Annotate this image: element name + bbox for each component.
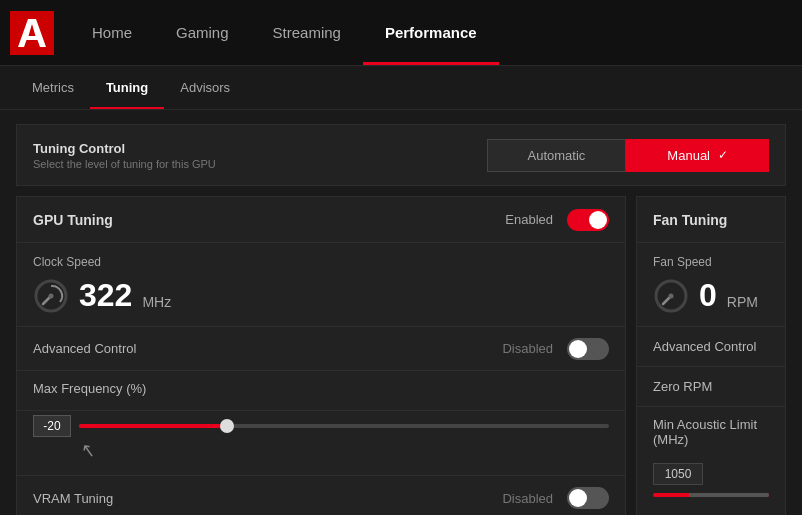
gpu-tuning-toggle[interactable] — [567, 209, 609, 231]
tuning-buttons: Automatic Manual ✓ — [487, 139, 769, 172]
sub-navigation: Metrics Tuning Advisors — [0, 66, 802, 110]
fan-advanced-label: Advanced Control — [653, 339, 756, 354]
fan-speed-row: 0 RPM — [653, 277, 769, 314]
svg-point-1 — [49, 293, 54, 298]
slider-wrapper: -20 — [33, 415, 609, 437]
fan-tuning-panel: Fan Tuning Fan Speed 0 RPM Advanced Cont… — [636, 196, 786, 515]
vram-label: VRAM Tuning — [33, 491, 113, 506]
amd-logo — [10, 11, 54, 55]
advanced-control-status: Disabled — [502, 341, 553, 356]
slider-fill — [79, 424, 227, 428]
fan-zero-rpm-label: Zero RPM — [653, 379, 712, 394]
fan-slider-track[interactable] — [653, 493, 769, 497]
sub-nav-tuning[interactable]: Tuning — [90, 66, 164, 109]
fan-speed-section: Fan Speed 0 RPM — [637, 243, 785, 327]
amd-logo-icon — [18, 19, 46, 47]
gpu-toggle-thumb — [589, 211, 607, 229]
gpu-panel-header: GPU Tuning Enabled — [17, 197, 625, 243]
cursor-icon: ↖ — [79, 438, 98, 462]
fan-panel-header: Fan Tuning — [637, 197, 785, 243]
svg-point-3 — [669, 293, 674, 298]
slider-thumb[interactable] — [220, 419, 234, 433]
nav-item-gaming[interactable]: Gaming — [154, 0, 251, 65]
clock-value-row: 322 MHz — [33, 277, 609, 314]
top-navigation: Home Gaming Streaming Performance — [0, 0, 802, 66]
clock-dial-icon — [33, 278, 69, 314]
clock-speed-section: Clock Speed 322 MHz — [17, 243, 625, 327]
nav-item-streaming[interactable]: Streaming — [251, 0, 363, 65]
fan-panel-title: Fan Tuning — [653, 212, 727, 228]
max-frequency-row: Max Frequency (%) — [17, 371, 625, 411]
gpu-tuning-panel: GPU Tuning Enabled Clock Speed — [16, 196, 626, 515]
manual-label: Manual — [667, 148, 710, 163]
content-area: Tuning Control Select the level of tunin… — [0, 110, 802, 515]
vram-toggle[interactable] — [567, 487, 609, 509]
tuning-control-label: Tuning Control Select the level of tunin… — [33, 141, 487, 170]
advanced-toggle-thumb — [569, 340, 587, 358]
fan-speed-unit: RPM — [727, 294, 758, 310]
fan-zero-rpm-row: Zero RPM — [637, 367, 785, 407]
sub-nav-metrics[interactable]: Metrics — [16, 66, 90, 109]
slider-value-box: -20 — [33, 415, 71, 437]
gpu-panel-title: GPU Tuning — [33, 212, 113, 228]
gpu-header-right: Enabled — [505, 209, 609, 231]
vram-toggle-thumb — [569, 489, 587, 507]
nav-item-performance[interactable]: Performance — [363, 0, 499, 65]
advanced-control-toggle[interactable] — [567, 338, 609, 360]
clock-value: 322 — [79, 277, 132, 314]
fan-speed-label: Fan Speed — [653, 255, 769, 269]
vram-status: Disabled — [502, 491, 553, 506]
slider-track[interactable] — [79, 424, 609, 428]
freq-label: Max Frequency (%) — [33, 381, 609, 396]
automatic-button[interactable]: Automatic — [487, 139, 627, 172]
fan-acoustic-label: Min Acoustic Limit (MHz) — [653, 417, 769, 447]
vram-tuning-row: VRAM Tuning Disabled — [17, 476, 625, 515]
check-icon: ✓ — [718, 148, 728, 162]
advanced-control-row: Advanced Control Disabled — [17, 327, 625, 371]
sub-nav-advisors[interactable]: Advisors — [164, 66, 246, 109]
tuning-control-subtitle: Select the level of tuning for this GPU — [33, 158, 487, 170]
manual-button[interactable]: Manual ✓ — [626, 139, 769, 172]
vram-control-right: Disabled — [502, 487, 609, 509]
clock-label: Clock Speed — [33, 255, 609, 269]
clock-unit: MHz — [142, 294, 171, 310]
fan-acoustic-value: 1050 — [653, 463, 703, 485]
advanced-control-right: Disabled — [502, 338, 609, 360]
nav-item-home[interactable]: Home — [70, 0, 154, 65]
fan-acoustic-section: Min Acoustic Limit (MHz) 1050 — [637, 407, 785, 507]
nav-items: Home Gaming Streaming Performance — [70, 0, 499, 65]
tuning-control-title: Tuning Control — [33, 141, 487, 156]
panels-row: GPU Tuning Enabled Clock Speed — [16, 196, 786, 515]
fan-advanced-row: Advanced Control — [637, 327, 785, 367]
slider-container: -20 ↖ — [17, 411, 625, 476]
tuning-control-row: Tuning Control Select the level of tunin… — [16, 124, 786, 186]
fan-speed-value: 0 — [699, 277, 717, 314]
advanced-control-label: Advanced Control — [33, 341, 136, 356]
gpu-enabled-status: Enabled — [505, 212, 553, 227]
fan-dial-icon — [653, 278, 689, 314]
fan-slider-fill — [689, 493, 769, 497]
